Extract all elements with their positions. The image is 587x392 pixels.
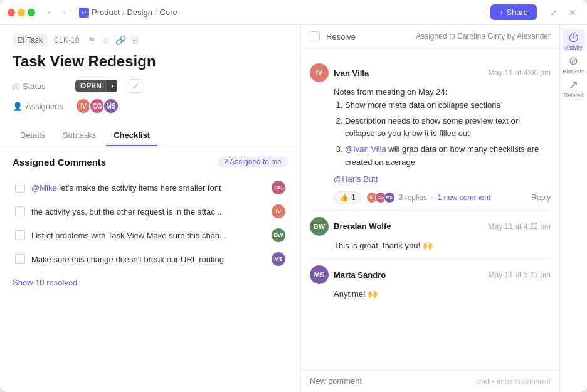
comment-3-body: Anytime! 🙌 xyxy=(310,288,551,301)
forward-arrow[interactable]: › xyxy=(58,6,71,19)
comment-2-header: BW Brendan Wolfe May 11 at 4:22 pm xyxy=(310,217,551,236)
status-badge[interactable]: OPEN › xyxy=(75,80,117,92)
comment-1-list: Show more meta data on collapse sections… xyxy=(334,99,551,169)
resolve-checkbox[interactable] xyxy=(310,31,320,41)
comment-1-footer: 👍 1 IV CG MS 3 replies · xyxy=(310,191,551,204)
show-resolved-link[interactable]: Show 10 resolved xyxy=(13,278,77,287)
checklist-item[interactable]: the activity yes, but the other request … xyxy=(13,200,288,223)
assigned-badge[interactable]: 2 Assigned to me xyxy=(218,156,288,167)
checklist-item-text-1: @Mike let's make the activity items here… xyxy=(31,183,265,193)
status-dropdown-icon[interactable]: › xyxy=(107,80,117,92)
checklist-item[interactable]: Make sure this change doesn't break our … xyxy=(13,248,288,270)
task-fields: ◎ Status OPEN › ✓ 👤 Assignees xyxy=(13,79,288,114)
blockers-label: Blockers xyxy=(563,68,584,75)
tab-details[interactable]: Details xyxy=(13,125,53,146)
comment-1-list-item-2: Description needs to show some preview t… xyxy=(345,115,551,141)
comment-1-list-item-1: Show more meta data on collapse sections xyxy=(345,99,551,112)
checklist-checkbox-2[interactable] xyxy=(15,206,25,216)
comment-3: MS Marta Sandro May 11 at 5:21 pm Anytim… xyxy=(310,259,551,307)
maximize-btn[interactable] xyxy=(28,9,35,16)
checklist-checkbox-1[interactable] xyxy=(15,183,25,193)
avatar-3[interactable]: MS xyxy=(103,98,119,114)
main-content: ☑ Task CLK-10 ⚑ ☺ 🔗 ⊞ Task View Redesign xyxy=(0,25,587,392)
comment-3-avatar: MS xyxy=(310,265,329,284)
breadcrumb-product[interactable]: Product xyxy=(92,8,120,17)
blockers-icon: ⊘ xyxy=(569,54,578,68)
close-icon[interactable]: ✕ xyxy=(566,6,579,19)
new-comment-bar: cmd + enter to comment xyxy=(301,369,559,392)
breadcrumb-sep-2: / xyxy=(155,8,157,17)
status-check-button[interactable]: ✓ xyxy=(129,79,142,93)
sidebar-activity-btn[interactable]: ◷ Activity xyxy=(563,29,585,51)
comment-1-mention: @Haris Butt xyxy=(334,173,551,186)
link-icon[interactable]: 🔗 xyxy=(115,35,126,45)
task-meta-bar: ☑ Task CLK-10 ⚑ ☺ 🔗 ⊞ xyxy=(13,34,288,46)
replies-count[interactable]: 3 replies xyxy=(399,193,427,202)
tab-checklist[interactable]: Checklist xyxy=(106,125,157,146)
assignees-field: 👤 Assignees IV CG MS xyxy=(13,98,288,114)
checklist-avatar-1: CG xyxy=(272,181,285,194)
checklist-checkbox-4[interactable] xyxy=(15,254,25,264)
comment-1: IV Ivan Villa May 11 at 4:00 pm Notes fr… xyxy=(310,57,551,211)
comment-2-body: This is great, thank you! 🙌 xyxy=(310,240,551,253)
close-btn[interactable] xyxy=(8,9,15,16)
related-icon: ↗ xyxy=(569,78,578,92)
reply-button-1[interactable]: Reply xyxy=(531,193,551,202)
assignees-label: 👤 Assignees xyxy=(13,102,69,111)
reaction-button-1[interactable]: 👍 1 xyxy=(334,191,361,204)
comment-1-header: IV Ivan Villa May 11 at 4:00 pm xyxy=(310,63,551,82)
status-icon: ◎ xyxy=(13,82,19,91)
resolve-label[interactable]: Resolve xyxy=(326,32,356,41)
related-label: Related xyxy=(564,92,583,98)
mention-haris-butt[interactable]: @Haris Butt xyxy=(334,174,378,184)
comment-2-avatar: BW xyxy=(310,217,329,236)
share-label: Share xyxy=(506,8,528,17)
emoji-icon[interactable]: ☺ xyxy=(101,35,110,45)
app-window: ‹ › P Product / Design / Core ↑ Share ⤢ … xyxy=(0,0,587,392)
breadcrumb-design[interactable]: Design xyxy=(127,8,152,17)
resolve-assigned: Assigned to Caroline Ginty by Alexander xyxy=(416,32,551,41)
mention-mike[interactable]: @Mike xyxy=(31,183,57,193)
comment-2-author: Brendan Wolfe xyxy=(334,221,391,231)
checklist-item-text-3: List of problems with Task View Make sur… xyxy=(31,231,265,240)
task-type-label: Task xyxy=(27,36,43,45)
sidebar-blockers-btn[interactable]: ⊘ Blockers xyxy=(563,53,585,75)
sidebar-related-btn[interactable]: ↗ Related xyxy=(563,77,585,99)
checklist-item[interactable]: @Mike let's make the activity items here… xyxy=(13,176,288,199)
checklist-avatar-4: MS xyxy=(272,252,285,266)
left-panel: ☑ Task CLK-10 ⚑ ☺ 🔗 ⊞ Task View Redesign xyxy=(0,25,301,392)
assignee-avatars: IV CG MS xyxy=(75,98,119,114)
section-header: Assigned Comments 2 Assigned to me xyxy=(13,156,288,167)
comment-1-author: Ivan Villa xyxy=(334,68,369,78)
checklist-checkbox-3[interactable] xyxy=(15,230,25,240)
breadcrumb: P Product / Design / Core xyxy=(79,8,177,18)
task-id: CLK-10 xyxy=(54,36,80,45)
reply-avatar-3: MS xyxy=(384,192,395,203)
comment-3-header: MS Marta Sandro May 11 at 5:21 pm xyxy=(310,265,551,284)
product-icon: P xyxy=(79,8,89,18)
minimize-btn[interactable] xyxy=(18,9,25,16)
window-ctrl: ⤢ ✕ xyxy=(547,6,579,19)
mention-ivan-villa[interactable]: @Ivan Villa xyxy=(345,144,386,154)
reaction-emoji-1: 👍 xyxy=(339,193,349,202)
new-comment-badge[interactable]: 1 new comment xyxy=(438,193,491,202)
checklist-item[interactable]: List of problems with Task View Make sur… xyxy=(13,224,288,246)
new-comment-input[interactable] xyxy=(310,376,476,386)
tab-subtasks[interactable]: Subtasks xyxy=(55,125,103,146)
back-arrow[interactable]: ‹ xyxy=(43,6,56,19)
comment-2-time: May 11 at 4:22 pm xyxy=(489,222,551,231)
resize-icon[interactable]: ⤢ xyxy=(547,6,561,19)
breadcrumb-core[interactable]: Core xyxy=(160,8,177,17)
flag-icon[interactable]: ⚑ xyxy=(88,35,96,45)
image-icon[interactable]: ⊞ xyxy=(131,35,139,45)
activity-icon: ◷ xyxy=(569,30,579,44)
task-title: Task View Redesign xyxy=(13,53,288,70)
comments-list: IV Ivan Villa May 11 at 4:00 pm Notes fr… xyxy=(301,48,559,369)
share-button[interactable]: ↑ Share xyxy=(490,4,537,20)
checklist-avatar-2: IV xyxy=(272,204,285,218)
right-panel: Resolve Assigned to Caroline Ginty by Al… xyxy=(301,25,587,392)
comment-2: BW Brendan Wolfe May 11 at 4:22 pm This … xyxy=(310,211,551,260)
window-controls xyxy=(8,9,35,16)
checklist-item-text-4: Make sure this change doesn't break our … xyxy=(31,255,265,264)
reaction-count-1: 1 xyxy=(351,193,356,202)
